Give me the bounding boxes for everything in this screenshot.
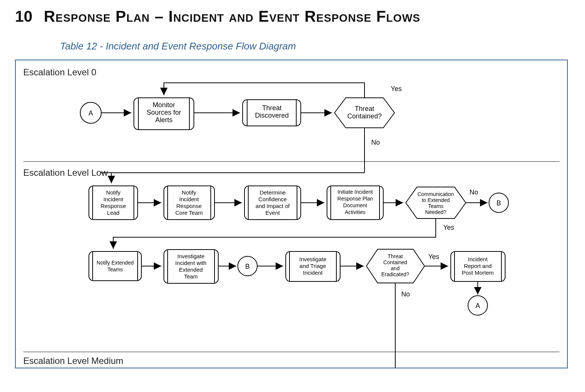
section-number: 10 xyxy=(15,7,33,25)
edge-yes-1: Yes xyxy=(443,224,454,231)
svg-text:Incident: Incident xyxy=(468,256,488,262)
edge-yes-0: Yes xyxy=(391,85,402,93)
svg-text:Post Mortem: Post Mortem xyxy=(462,269,494,276)
svg-text:Event: Event xyxy=(266,209,280,216)
svg-text:Lead: Lead xyxy=(107,209,119,216)
svg-text:Team: Team xyxy=(184,273,198,280)
svg-text:Teams: Teams xyxy=(107,266,123,272)
svg-text:and Impact of: and Impact of xyxy=(256,203,290,209)
svg-text:Report and: Report and xyxy=(464,263,492,269)
svg-text:Confidence: Confidence xyxy=(258,196,287,202)
svg-text:Incident: Incident xyxy=(179,196,199,202)
svg-text:Threat: Threat xyxy=(262,104,282,112)
svg-text:Notify: Notify xyxy=(182,189,196,196)
decision-comm-needed: Communication to Extended Teams Needed? xyxy=(406,187,466,218)
svg-text:Needed?: Needed? xyxy=(425,209,447,215)
decision-threat-contained: Threat Contained? xyxy=(334,98,394,128)
svg-text:Response: Response xyxy=(176,203,202,209)
process-initiate-plan: Initiate Incident Response Plan Document… xyxy=(327,186,383,220)
svg-text:Activities: Activities xyxy=(345,209,365,215)
svg-text:Response: Response xyxy=(100,203,126,209)
lane-label-low: Escalation Level Low xyxy=(23,168,108,178)
svg-text:Notify: Notify xyxy=(106,189,121,196)
svg-text:and Triage: and Triage xyxy=(300,263,326,269)
svg-text:Threat: Threat xyxy=(388,253,403,259)
svg-text:to Extended: to Extended xyxy=(422,197,450,203)
svg-text:Notify Extended: Notify Extended xyxy=(97,260,134,266)
svg-text:Discovered: Discovered xyxy=(255,112,289,119)
svg-text:Teams: Teams xyxy=(428,203,443,209)
svg-text:Communication: Communication xyxy=(417,191,454,197)
svg-text:Monitor: Monitor xyxy=(153,101,175,109)
flow-diagram: Escalation Level 0 Escalation Level Low … xyxy=(15,60,568,368)
connector-b-mid-label: B xyxy=(245,263,250,270)
svg-text:Response Plan: Response Plan xyxy=(338,196,373,202)
process-notify-extended: Notify Extended Teams xyxy=(89,251,141,281)
svg-text:Contained?: Contained? xyxy=(347,112,382,120)
process-determine-impact: Determine Confidence and Impact of Event xyxy=(244,186,301,220)
svg-rect-59 xyxy=(89,251,141,281)
section-heading: 10 Response Plan – Incident and Event Re… xyxy=(15,7,570,25)
svg-text:Extended: Extended xyxy=(179,266,202,273)
svg-text:Threat: Threat xyxy=(355,105,374,112)
svg-text:Sources for: Sources for xyxy=(147,109,181,116)
lane-label-level0: Escalation Level 0 xyxy=(23,67,96,77)
figure-caption: Table 12 - Incident and Event Response F… xyxy=(60,40,570,52)
process-notify-lead: Notify Incident Response Lead xyxy=(89,186,138,220)
edge-no-1: No xyxy=(470,189,478,196)
process-threat-discovered: Threat Discovered xyxy=(243,100,301,126)
svg-text:Contained: Contained xyxy=(383,259,407,265)
section-title: Response Plan – Incident and Event Respo… xyxy=(44,7,420,25)
connector-a-start-label: A xyxy=(88,109,93,117)
process-incident-report: Incident Report and Post Mortem xyxy=(451,251,505,281)
svg-text:and: and xyxy=(391,265,399,271)
connector-b-top-label: B xyxy=(496,199,501,207)
decision-contained-eradicated: Threat Contained and Eradicated? xyxy=(366,249,424,283)
edge-no-2: No xyxy=(401,290,410,298)
process-notify-core-team: Notify Incident Response Core Team xyxy=(164,186,214,220)
lane-label-medium: Escalation Level Medium xyxy=(23,356,123,366)
svg-text:Determine: Determine xyxy=(260,189,285,196)
connector-a-end-label: A xyxy=(476,302,480,310)
process-investigate-extended: Investigate Incident with Extended Team xyxy=(164,250,218,283)
edge-yes-2: Yes xyxy=(428,253,439,260)
svg-text:Eradicated?: Eradicated? xyxy=(381,271,410,277)
svg-text:Incident: Incident xyxy=(303,269,323,276)
svg-text:Core Team: Core Team xyxy=(175,209,202,216)
edge-no-0: No xyxy=(371,139,380,146)
svg-text:Document: Document xyxy=(343,202,367,208)
svg-text:Incident with: Incident with xyxy=(175,260,206,266)
svg-text:Initiate Incident: Initiate Incident xyxy=(338,189,373,195)
svg-text:Investigate: Investigate xyxy=(177,253,205,259)
process-monitor-sources: Monitor Sources for Alerts xyxy=(134,98,194,130)
process-investigate-triage: Investigate and Triage Incident xyxy=(286,251,340,281)
svg-text:Investigate: Investigate xyxy=(299,256,327,262)
svg-text:Alerts: Alerts xyxy=(155,116,172,124)
svg-text:Incident: Incident xyxy=(104,196,123,202)
